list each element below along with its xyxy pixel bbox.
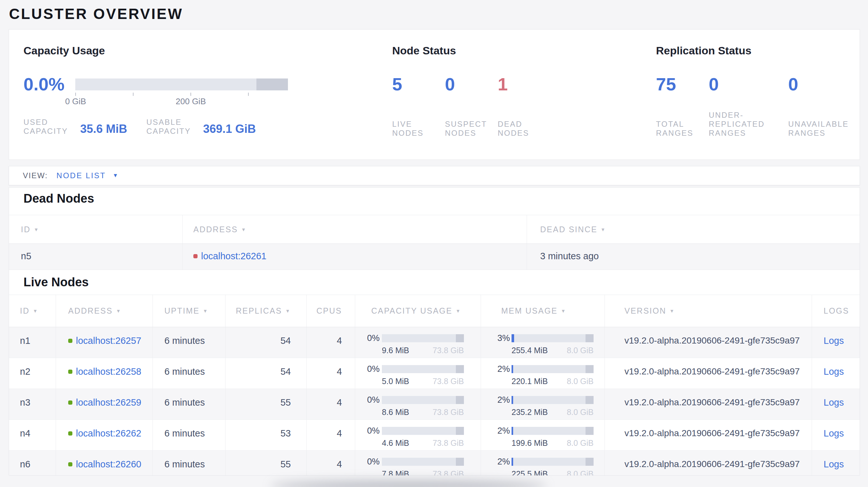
view-dropdown[interactable]: NODE LIST ▼ <box>57 171 118 180</box>
column-header-label: CAPACITY USAGE <box>371 306 452 316</box>
label-line: NODES <box>445 129 487 138</box>
column-header-id[interactable]: ID ▼ <box>9 295 56 327</box>
table-row: n1 localhost:26257 6 minutes 54 4 0% 9.6… <box>9 327 860 358</box>
column-header-cpus: CPUS <box>306 295 355 327</box>
mem-used-value: 225.5 MiB <box>512 469 548 476</box>
capacity-bar <box>382 396 464 404</box>
replicas-cell: 55 <box>225 451 306 476</box>
chevron-down-icon: ▼ <box>113 172 118 179</box>
label-line: RANGES <box>709 129 765 138</box>
mem-total-value: 8.0 GiB <box>567 439 594 448</box>
capacity-bar <box>382 427 464 435</box>
uptime-cell: 6 minutes <box>153 358 225 389</box>
uptime-cell: 6 minutes <box>153 451 225 476</box>
capacity-usage-cell: 0% 9.6 MiB73.8 GiB <box>355 327 480 358</box>
node-address-link[interactable]: localhost:26260 <box>76 459 141 469</box>
label-line: CAPACITY <box>146 127 191 136</box>
mem-bar <box>512 458 594 466</box>
replicas-cell: 54 <box>225 358 306 389</box>
column-header-label: LOGS <box>824 306 849 316</box>
capacity-usage-bar <box>75 78 288 90</box>
used-capacity-value: 35.6 MiB <box>80 123 127 136</box>
label-line: USABLE <box>146 118 191 127</box>
column-header-version[interactable]: VERSION ▼ <box>604 295 812 327</box>
mem-percent: 2% <box>481 395 510 405</box>
dead-nodes-table-header: ID ▼ ADDRESS ▼ DEAD SINCE ▼ <box>9 215 860 244</box>
scroll-content-shadow <box>270 481 547 487</box>
sort-arrow-icon: ▼ <box>116 308 121 314</box>
column-header-address[interactable]: ADDRESS ▼ <box>182 215 527 244</box>
table-row: n2 localhost:26258 6 minutes 54 4 0% 5.0… <box>9 358 860 389</box>
logs-cell: Logs <box>812 420 860 450</box>
mem-usage-cell: 2% 225.5 MiB8.0 GiB <box>480 451 604 476</box>
capacity-usage-cell: 0% 7.8 MiB73.8 GiB <box>355 451 480 476</box>
node-address-link[interactable]: localhost:26261 <box>201 251 267 261</box>
column-header-label: REPLICAS <box>236 306 282 316</box>
node-address-link[interactable]: localhost:26262 <box>76 428 141 439</box>
live-nodes-stat: 5 LIVE NODES <box>392 75 402 93</box>
logs-link[interactable]: Logs <box>824 366 844 377</box>
label-line: NODES <box>392 129 424 138</box>
node-address-cell: localhost:26259 <box>56 389 153 419</box>
dead-nodes-table: ID ▼ ADDRESS ▼ DEAD SINCE ▼ n5 localhost… <box>9 215 860 270</box>
sort-arrow-icon: ▼ <box>601 227 606 232</box>
node-address-link[interactable]: localhost:26258 <box>76 366 141 377</box>
capacity-percent: 0% <box>355 333 380 343</box>
sort-arrow-icon: ▼ <box>34 227 39 232</box>
unavailable-ranges-count: 0 <box>788 75 798 93</box>
logs-cell: Logs <box>812 327 860 358</box>
node-id-cell: n4 <box>9 420 56 450</box>
column-header-label: UPTIME <box>164 306 199 316</box>
uptime-cell: 6 minutes <box>153 327 225 358</box>
under-replicated-ranges-stat: 0 UNDER- REPLICATED RANGES <box>709 75 719 93</box>
capacity-total-value: 73.8 GiB <box>433 377 464 386</box>
logs-link[interactable]: Logs <box>824 335 844 346</box>
suspect-nodes-count: 0 <box>445 75 455 93</box>
column-header-replicas[interactable]: REPLICAS ▼ <box>225 295 306 327</box>
mem-usage-cell: 2% 235.2 MiB8.0 GiB <box>480 389 604 419</box>
capacity-percent: 0% <box>355 395 380 405</box>
replicas-cell: 53 <box>225 420 306 450</box>
node-address-cell: localhost:26257 <box>56 327 153 358</box>
capacity-percent: 0% <box>355 364 380 374</box>
node-id-cell: n3 <box>9 389 56 419</box>
logs-link[interactable]: Logs <box>824 397 844 408</box>
capacity-total-value: 73.8 GiB <box>433 408 464 417</box>
cpus-cell: 4 <box>306 420 355 450</box>
table-row: n4 localhost:26262 6 minutes 53 4 0% 4.6… <box>9 420 860 451</box>
capacity-other-segment <box>456 365 464 373</box>
suspect-nodes-label: SUSPECT NODES <box>445 120 487 138</box>
mem-used-value: 199.6 MiB <box>512 439 548 448</box>
sort-arrow-icon: ▼ <box>285 308 291 314</box>
node-address-cell: localhost:26261 <box>182 244 527 269</box>
uptime-cell: 6 minutes <box>153 420 225 450</box>
logs-link[interactable]: Logs <box>824 459 844 469</box>
cpus-cell: 4 <box>306 327 355 358</box>
mem-total-value: 8.0 GiB <box>567 408 594 417</box>
column-header-mem-usage[interactable]: MEM USAGE ▼ <box>480 295 604 327</box>
view-bar: VIEW: NODE LIST ▼ <box>9 166 860 185</box>
column-header-label: MEM USAGE <box>501 306 558 316</box>
column-header-dead-since[interactable]: DEAD SINCE ▼ <box>527 215 860 244</box>
live-status-dot-icon <box>68 369 72 374</box>
mem-bar <box>512 334 594 342</box>
view-dropdown-value[interactable]: NODE LIST <box>57 171 106 180</box>
column-header-id[interactable]: ID ▼ <box>9 215 182 244</box>
total-ranges-label: TOTAL RANGES <box>656 120 693 138</box>
version-cell: v19.2.0-alpha.20190606-2491-gfe735c9a97 <box>604 420 812 450</box>
mem-fill <box>512 427 513 435</box>
logs-link[interactable]: Logs <box>824 428 844 439</box>
column-header-uptime[interactable]: UPTIME ▼ <box>153 295 225 327</box>
live-status-dot-icon <box>68 400 72 404</box>
capacity-percent: 0% <box>355 457 380 467</box>
logs-cell: Logs <box>812 451 860 476</box>
node-address-link[interactable]: localhost:26257 <box>76 335 141 346</box>
mem-other-segment <box>586 458 594 466</box>
capacity-used-percent: 0.0% <box>24 75 65 93</box>
column-header-capacity-usage[interactable]: CAPACITY USAGE ▼ <box>355 295 480 327</box>
column-header-address[interactable]: ADDRESS ▼ <box>56 295 153 327</box>
logs-cell: Logs <box>812 389 860 419</box>
usable-capacity-value: 369.1 GiB <box>203 123 256 136</box>
mem-used-value: 220.1 MiB <box>512 377 548 386</box>
node-address-link[interactable]: localhost:26259 <box>76 397 141 408</box>
